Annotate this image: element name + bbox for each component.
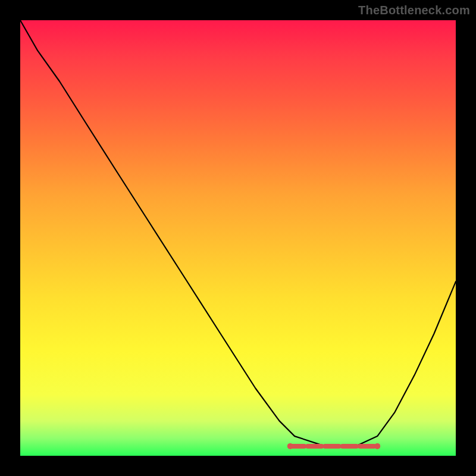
svg-point-5 (287, 443, 293, 449)
curve-layer (20, 20, 456, 456)
bottleneck-curve (20, 20, 456, 446)
watermark-text: TheBottleneck.com (358, 4, 470, 17)
svg-point-6 (374, 443, 380, 449)
valley-markers (287, 443, 380, 449)
chart-stage: TheBottleneck.com (0, 0, 476, 476)
plot-area (20, 20, 456, 456)
